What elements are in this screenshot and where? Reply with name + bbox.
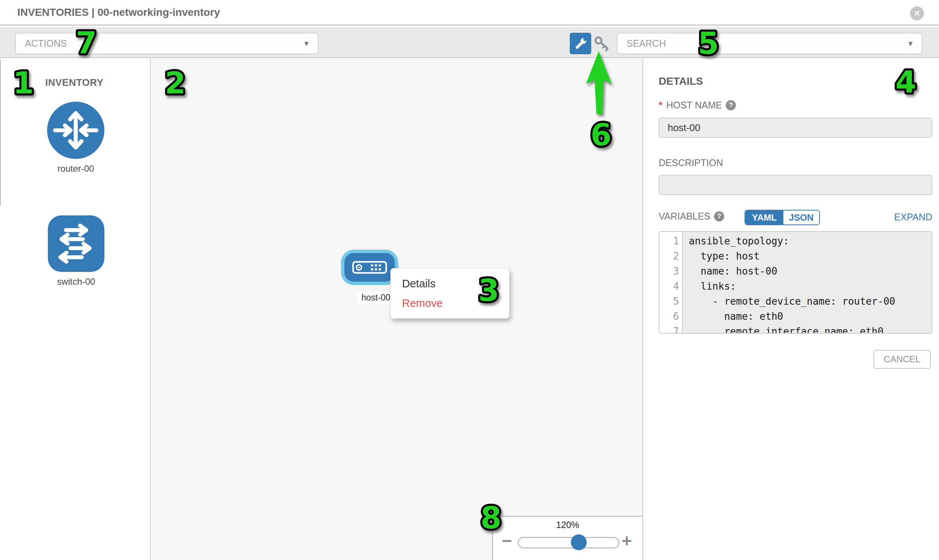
hostname-input[interactable]: host-00 — [658, 117, 932, 138]
question-glyph: ? — [729, 101, 733, 109]
variables-format-toggle: YAML JSON — [745, 210, 820, 225]
palette-item-router[interactable]: router-00 — [47, 102, 104, 174]
line-number: 7 — [659, 324, 683, 334]
zoom-row: − + — [493, 534, 643, 551]
line-code: remote_interface_name: eth0 — [683, 324, 931, 334]
zoom-control: 120% − + — [492, 516, 643, 560]
line-number: 1 — [659, 234, 683, 249]
hostname-label: HOST NAME — [666, 100, 722, 111]
line-code: name: eth0 — [683, 309, 931, 324]
router-label: router-00 — [47, 163, 104, 174]
toolbar: ACTIONS ▾ SEARCH ▾ — [0, 27, 939, 58]
line-code: type: host — [683, 249, 931, 264]
chevron-down-icon: ▾ — [304, 38, 308, 49]
variables-editor[interactable]: 1ansible_topology: 2 type: host 3 name: … — [658, 231, 932, 334]
close-icon[interactable]: ✕ — [910, 6, 924, 20]
actions-dropdown[interactable]: ACTIONS ▾ — [15, 33, 318, 54]
inventory-palette: INVENTORY router-00 switch-00 — [0, 59, 151, 560]
help-icon[interactable]: ? — [714, 211, 724, 222]
key-tool-button[interactable] — [592, 34, 611, 53]
line-code: name: host-00 — [683, 264, 931, 279]
line-number: 2 — [659, 249, 683, 264]
host-node[interactable] — [341, 250, 398, 285]
tab-json[interactable]: JSON — [783, 211, 819, 225]
editor-line: 4 links: — [659, 279, 931, 294]
variables-row: VARIABLES ? YAML JSON EXPAND — [658, 211, 932, 222]
host-icon — [352, 261, 387, 274]
description-input[interactable] — [658, 175, 932, 195]
editor-line: 1ansible_topology: — [659, 234, 931, 249]
menu-item-details[interactable]: Details — [391, 274, 509, 293]
wrench-icon — [573, 36, 589, 52]
description-label-row: DESCRIPTION — [658, 157, 723, 168]
variables-label: VARIABLES — [658, 211, 710, 222]
help-icon[interactable]: ? — [726, 100, 736, 110]
search-dropdown[interactable]: SEARCH ▾ — [617, 33, 922, 54]
line-number: 6 — [659, 309, 683, 324]
question-glyph: ? — [717, 212, 721, 220]
palette-item-switch[interactable]: switch-00 — [48, 215, 105, 287]
cancel-button[interactable]: CANCEL — [873, 350, 931, 369]
close-glyph: ✕ — [914, 9, 920, 18]
line-code: - remote_device_name: router-00 — [683, 294, 931, 309]
zoom-out-button[interactable]: − — [502, 532, 512, 549]
details-title: DETAILS — [658, 75, 703, 88]
editor-line: 6 name: eth0 — [659, 309, 931, 324]
palette-title: INVENTORY — [45, 77, 103, 89]
tab-yaml[interactable]: YAML — [745, 211, 783, 225]
editor-lines: 1ansible_topology: 2 type: host 3 name: … — [659, 234, 931, 334]
hostname-value: host-00 — [668, 122, 700, 134]
search-dropdown-label: SEARCH — [627, 38, 666, 49]
zoom-slider-handle[interactable] — [571, 534, 587, 550]
toolbox-button[interactable] — [570, 33, 591, 54]
expand-link[interactable]: EXPAND — [894, 212, 932, 223]
details-panel: DETAILS * HOST NAME ? host-00 DESCRIPTIO… — [644, 59, 939, 560]
line-code: ansible_topology: — [683, 234, 931, 249]
key-icon — [593, 35, 611, 52]
topology-canvas[interactable]: host-00 Details Remove 120% − + — [151, 59, 643, 560]
chevron-down-icon: ▾ — [908, 38, 913, 49]
editor-line: 5 - remote_device_name: router-00 — [659, 294, 931, 309]
line-number: 4 — [659, 279, 683, 294]
palette-edge-divider — [0, 60, 1, 206]
description-label: DESCRIPTION — [658, 157, 723, 168]
zoom-level-label: 120% — [493, 520, 643, 530]
router-icon — [47, 102, 104, 159]
menu-item-remove[interactable]: Remove — [391, 293, 509, 313]
switch-icon — [48, 215, 104, 272]
required-asterisk: * — [658, 99, 662, 111]
line-code: links: — [683, 279, 931, 294]
actions-dropdown-label: ACTIONS — [25, 38, 67, 49]
editor-line: 2 type: host — [659, 249, 931, 264]
hostname-label-row: * HOST NAME ? — [658, 99, 736, 111]
node-context-menu: Details Remove — [390, 268, 509, 318]
line-number: 5 — [659, 294, 683, 309]
window-header: INVENTORIES | 00-networking-inventory ✕ — [0, 0, 939, 26]
zoom-in-button[interactable]: + — [622, 532, 632, 549]
editor-line: 3 name: host-00 — [659, 264, 931, 279]
zoom-slider[interactable] — [518, 537, 620, 548]
line-number: 3 — [659, 264, 683, 279]
editor-line: 7 remote_interface_name: eth0 — [659, 324, 931, 334]
page-title: INVENTORIES | 00-networking-inventory — [17, 6, 220, 18]
switch-label: switch-00 — [48, 277, 105, 287]
host-node-label: host-00 — [356, 291, 395, 304]
